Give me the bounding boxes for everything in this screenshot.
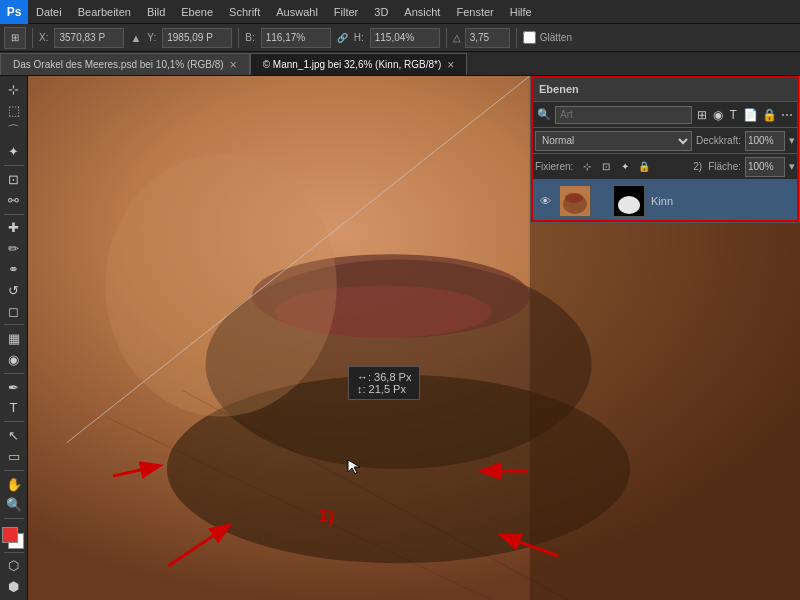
layer-group-icon[interactable]: 🔒 [762,106,777,124]
layers-list: 👁 Kinn [531,180,799,222]
opacity-label: Deckkraft: [696,135,741,146]
layer-thumbnail [559,185,591,217]
color-fg[interactable] [2,527,18,543]
y-input[interactable] [162,28,232,48]
thumb-svg [560,186,590,216]
tool-history-brush[interactable]: ↺ [3,281,25,300]
layer-mask-icon[interactable]: T [727,106,739,124]
tool-lasso[interactable]: ⌒ [3,122,25,141]
menu-fenster[interactable]: Fenster [448,0,501,24]
menu-bild[interactable]: Bild [139,0,173,24]
menu-bearbeiten[interactable]: Bearbeiten [70,0,139,24]
tool-text[interactable]: T [3,399,25,418]
opacity-chevron[interactable]: ▾ [789,134,795,147]
menu-hilfe[interactable]: Hilfe [502,0,540,24]
h-label: H: [354,32,364,43]
canvas-area[interactable]: ↔: 36,8 Px ↕: 21,5 Px 1) [28,76,800,600]
menu-3d[interactable]: 3D [366,0,396,24]
tool-gradient[interactable]: ▦ [3,329,25,348]
tab-orakel[interactable]: Das Orakel des Meeres.psd bei 10,1% (RGB… [0,53,250,75]
tabs-bar: Das Orakel des Meeres.psd bei 10,1% (RGB… [0,52,800,76]
layer-visibility-icon[interactable]: 👁 [537,193,553,209]
search-icon: 🔍 [537,108,551,121]
layers-search-input[interactable] [555,106,692,124]
fix-icons: ⊹ ⊡ ✦ 🔒 [579,159,652,175]
layers-header: Ebenen [531,76,799,102]
x-label: X: [39,32,48,43]
fix-lock-icon[interactable]: 🔒 [636,159,652,175]
layer-more-icon[interactable]: ⋯ [781,106,793,124]
h-input[interactable] [370,28,440,48]
tab-orakel-close[interactable]: × [230,58,237,72]
tool-path-select[interactable]: ↖ [3,426,25,445]
sep2 [238,28,239,48]
tool-magic-wand[interactable]: ✦ [3,142,25,161]
tool-hand[interactable]: ✋ [3,475,25,494]
tool-clone[interactable]: ⚭ [3,260,25,279]
tab-mann-label: © Mann_1.jpg bei 32,6% (Kinn, RGB/8*) [263,59,442,70]
menu-auswahl[interactable]: Auswahl [268,0,326,24]
angle-input[interactable] [465,28,510,48]
layers-fix-row: Fixieren: ⊹ ⊡ ✦ 🔒 2) Fläche: ▾ [531,154,799,180]
tool-zoom[interactable]: 🔍 [3,496,25,515]
tool-heal[interactable]: ✚ [3,219,25,238]
menu-ebene[interactable]: Ebene [173,0,221,24]
layer-new-icon[interactable]: ⊞ [696,106,708,124]
flache-chevron[interactable]: ▾ [789,160,795,173]
y-label: Y: [147,32,156,43]
label-2-marker: 2) [693,161,702,172]
sep-l1 [4,165,24,166]
layers-title: Ebenen [539,83,579,95]
svg-point-18 [618,196,640,214]
opacity-input[interactable] [745,131,785,151]
flache-input[interactable] [745,157,785,177]
menu-schrift[interactable]: Schrift [221,0,268,24]
tool-move[interactable]: ⊹ [3,80,25,99]
tool-eraser[interactable]: ◻ [3,302,25,321]
b-input[interactable] [261,28,331,48]
glatten-label: Glätten [540,32,572,43]
x-input[interactable] [54,28,124,48]
sep-l8 [4,552,24,553]
layer-row-kinn[interactable]: 👁 Kinn [531,180,799,222]
angle-symbol: △ [453,32,461,43]
menu-datei[interactable]: Datei [28,0,70,24]
tool-blur[interactable]: ◉ [3,350,25,369]
fix-move-icon[interactable]: ✦ [617,159,633,175]
tab-orakel-label: Das Orakel des Meeres.psd bei 10,1% (RGB… [13,59,224,70]
layer-name-label: Kinn [651,195,793,207]
tool-quick-mask[interactable]: ⬡ [3,557,25,576]
layer-style-icon[interactable]: ◉ [712,106,724,124]
fix-px-icon[interactable]: ⊡ [598,159,614,175]
tool-brush[interactable]: ✏ [3,239,25,258]
ps-logo: Ps [0,0,28,24]
tool-shape[interactable]: ▭ [3,447,25,466]
sep1 [32,28,33,48]
transform-mode-btn[interactable]: ⊞ [4,27,26,49]
menu-filter[interactable]: Filter [326,0,366,24]
blend-mode-select[interactable]: Normal [535,131,692,151]
mask-link-icon [597,185,607,217]
layer-adj-icon[interactable]: 📄 [743,106,758,124]
main-area: ⊹ ⬚ ⌒ ✦ ⊡ ⚯ ✚ ✏ ⚭ ↺ ◻ ▦ ◉ ✒ T ↖ ▭ ✋ 🔍 ⬡ … [0,76,800,600]
sep3 [446,28,447,48]
tab-mann-close[interactable]: × [447,58,454,72]
mask-svg [615,187,643,215]
svg-point-6 [105,155,337,417]
tool-eyedropper[interactable]: ⚯ [3,191,25,210]
sep-l3 [4,324,24,325]
tool-select-rect[interactable]: ⬚ [3,101,25,120]
glatten-checkbox[interactable] [523,31,536,44]
color-boxes [2,527,26,548]
sep-l7 [4,518,24,519]
tab-mann[interactable]: © Mann_1.jpg bei 32,6% (Kinn, RGB/8*) × [250,53,468,75]
menu-ansicht[interactable]: Ansicht [396,0,448,24]
tool-screen-mode[interactable]: ⬢ [3,577,25,596]
tool-crop[interactable]: ⊡ [3,170,25,189]
fix-pos-icon[interactable]: ⊹ [579,159,595,175]
sep-l6 [4,470,24,471]
tool-pen[interactable]: ✒ [3,378,25,397]
svg-point-16 [565,193,583,203]
sep4 [516,28,517,48]
sep-l2 [4,214,24,215]
